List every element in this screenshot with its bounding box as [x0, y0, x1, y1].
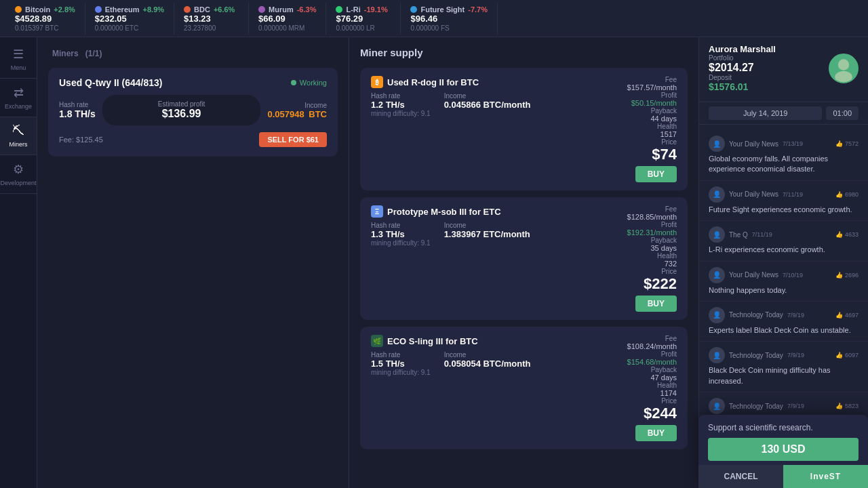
supply-title-msob: Ξ Prototype M-sob III for ETC [371, 205, 595, 218]
miner-card-header: Used Q-twy II (644/813) Working [59, 77, 327, 88]
news-date-6: 7/9/19 [787, 403, 804, 409]
crypto-sub-eth: 0.000000 ETC [95, 24, 164, 32]
buy-button-rdog[interactable]: BUY [635, 166, 677, 182]
income-amount: 0.057948 [267, 109, 304, 119]
supply-meta-msob: Fee $128.85/month Profit $192.31/month P… [627, 205, 677, 268]
news-likes-4: 👍 4697 [835, 312, 859, 319]
crypto-name-lri: L-Ri [346, 5, 360, 14]
crypto-item-bdc[interactable]: BDC +6.6% $13.23 23.237800 [174, 3, 249, 35]
crypto-name-eth: Ethereum [105, 5, 140, 14]
supply-card-msob: Ξ Prototype M-sob III for ETC Hash rate … [360, 197, 688, 320]
hashrate-val-rdog: 1.2 TH/s [371, 100, 431, 110]
main-layout: ☰Menu⇄Exchange⛏Miners⚙Development Miners… [0, 37, 868, 488]
supply-stats-row-msob: Hash rate 1.3 TH/s mining difficulty: 9.… [371, 222, 595, 247]
news-likes-3: 👍 2696 [835, 272, 859, 279]
sidebar-item-menu[interactable]: ☰Menu [0, 40, 37, 79]
news-date-4: 7/9/19 [787, 312, 804, 319]
news-header-1: 👤 Your Daily News 7/11/19 👍 6980 [709, 186, 859, 203]
news-header-5: 👤 Technology Today 7/9/19 👍 6097 [709, 347, 859, 363]
crypto-change-fs: -7.7% [468, 5, 488, 14]
fee-label: Fee: [59, 136, 74, 144]
crypto-name-bdc: BDC [194, 5, 210, 14]
crypto-item-btc[interactable]: Bitcoin +2.8% $4528.89 0.015397 BTC [5, 3, 85, 35]
profit-val-rdog: $50.15/month [627, 99, 677, 107]
crypto-item-lri[interactable]: L-Ri -19.1% $76.29 0.000000 LR [326, 3, 401, 35]
date-tab[interactable]: July 14, 2019 [709, 106, 822, 120]
status-dot [291, 80, 296, 85]
miners-title: Miners (1/1) [48, 47, 338, 58]
news-avatar-4: 👤 [709, 307, 725, 323]
health-val-msob: 732 [627, 260, 677, 268]
supply-stats-row-rdog: Hash rate 1.2 TH/s mining difficulty: 9.… [371, 92, 595, 117]
sidebar-item-miners[interactable]: ⛏Miners [0, 117, 37, 155]
buy-button-msob[interactable]: BUY [635, 296, 677, 312]
supply-name-msob: Prototype M-sob III for ETC [387, 207, 501, 217]
crypto-item-fs[interactable]: Future Sight -7.7% $96.46 0.000000 FS [401, 3, 498, 35]
sidebar-label-2: Miners [9, 141, 27, 148]
invest-button[interactable]: InveST [783, 465, 868, 488]
sidebar-item-development[interactable]: ⚙Development [0, 155, 37, 194]
hash-rate-label: Hash rate [59, 101, 96, 108]
svg-point-0 [838, 59, 849, 70]
payback-label-sling: Payback [627, 366, 677, 373]
fee-val-rdog: $157.57/month [627, 83, 677, 92]
buy-button-sling[interactable]: BUY [635, 425, 677, 441]
news-source-2: The Q [729, 231, 748, 239]
payback-val-sling: 47 days [627, 373, 677, 382]
sidebar: ☰Menu⇄Exchange⛏Miners⚙Development [0, 37, 37, 488]
supply-meta-rdog: Fee $157.57/month Profit $50.15/month Pa… [627, 76, 677, 138]
news-source-6: Technology Today [729, 403, 783, 410]
health-val-sling: 1174 [627, 389, 677, 397]
income-label-sling: Income [444, 351, 531, 359]
supply-right-sling: Fee $108.24/month Profit $154.68/month P… [602, 335, 677, 441]
news-likes-5: 👍 6097 [835, 352, 859, 359]
fee-value: $125.45 [76, 136, 103, 144]
income-currency: BTC [309, 109, 327, 119]
news-date-0: 7/13/19 [783, 140, 803, 147]
supply-income-msob: Income 1.383967 ETC/month [444, 222, 530, 247]
portfolio-value: $2014.27 [709, 62, 776, 74]
profit-label-rdog: Profit [627, 92, 677, 99]
supply-hashrate-msob: Hash rate 1.3 TH/s mining difficulty: 9.… [371, 222, 431, 247]
fee-text: Fee: $125.45 [59, 136, 103, 144]
crypto-change-eth: +8.9% [143, 5, 165, 14]
news-likes-6: 👍 5823 [835, 403, 859, 409]
miners-panel: Miners (1/1) Used Q-twy II (644/813) Wor… [37, 37, 349, 488]
news-avatar-5: 👤 [709, 347, 725, 363]
news-date-5: 7/9/19 [787, 352, 804, 359]
crypto-dot-mrm [258, 6, 265, 13]
crypto-item-mrm[interactable]: Murum -6.3% $66.09 0.000000 MRM [249, 3, 326, 35]
crypto-item-eth[interactable]: Ethereum +8.9% $232.05 0.000000 ETC [85, 3, 174, 35]
date-bar: July 14, 2019 01:00 [699, 102, 868, 125]
cancel-button[interactable]: CANCEL [698, 465, 783, 488]
right-panel: Aurora Marshall Portfolio $2014.27 Depos… [698, 37, 868, 488]
sidebar-item-exchange[interactable]: ⇄Exchange [0, 79, 37, 117]
supply-left-sling: 🌿 ECO S-ling III for BTC Hash rate 1.5 T… [371, 335, 595, 441]
deposit-label: Deposit [709, 74, 776, 81]
profile-name: Aurora Marshall [709, 44, 776, 54]
crypto-change-mrm: -6.3% [297, 5, 317, 14]
supply-stats-row-sling: Hash rate 1.5 TH/s mining difficulty: 9.… [371, 351, 595, 376]
invest-amount: 130 USD [708, 438, 859, 461]
main-content: Miners (1/1) Used Q-twy II (644/813) Wor… [37, 37, 698, 488]
fee-val-sling: $108.24/month [627, 342, 677, 350]
news-source-0: Your Daily News [729, 140, 778, 148]
crypto-dot-bdc [184, 6, 191, 13]
crypto-dot-fs [410, 6, 417, 13]
crypto-name-fs: Future Sight [420, 5, 465, 14]
price-val-msob: $222 [635, 275, 677, 293]
news-date-2: 7/11/19 [752, 231, 772, 238]
news-avatar-3: 👤 [709, 267, 725, 283]
supply-name-rdog: Used R-dog II for BTC [387, 77, 479, 87]
price-label-rdog: Price [635, 138, 677, 146]
news-item-0: 👤 Your Daily News 7/13/19 👍 7572 Global … [699, 130, 868, 181]
fee-val-msob: $128.85/month [627, 213, 677, 221]
news-item-5: 👤 Technology Today 7/9/19 👍 6097 Black D… [699, 342, 868, 392]
estimated-profit-block: Estimated profit $136.99 [102, 95, 261, 125]
supply-meta-sling: Fee $108.24/month Profit $154.68/month P… [627, 335, 677, 397]
hash-rate-block: Hash rate 1.8 TH/s [59, 101, 96, 119]
health-label-msob: Health [627, 252, 677, 260]
income-label-rdog: Income [444, 92, 531, 100]
news-item-1: 👤 Your Daily News 7/11/19 👍 6980 Future … [699, 181, 868, 221]
sell-button[interactable]: SELL FOR $61 [259, 132, 327, 147]
